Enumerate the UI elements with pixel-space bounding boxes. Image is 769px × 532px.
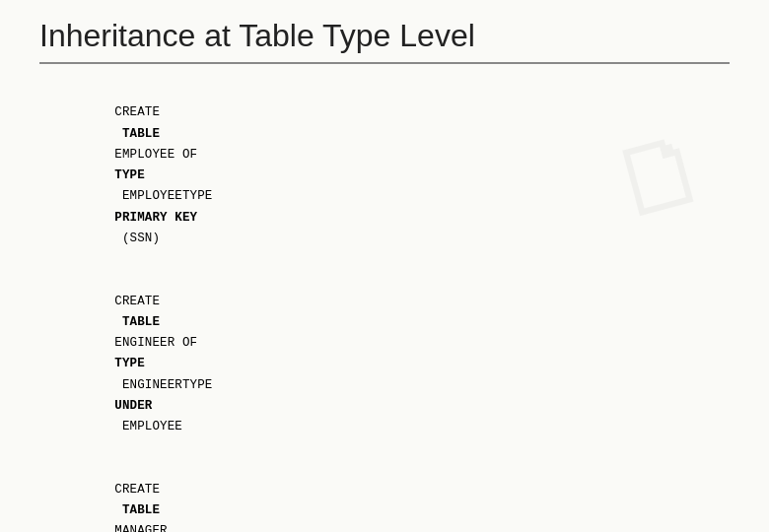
create1-typename: EMPLOYEETYPE (114, 189, 220, 203)
create1-name: EMPLOYEE OF (114, 148, 205, 162)
slide-title: Inheritance at Table Type Level (39, 18, 730, 54)
create2-type: TYPE (114, 357, 145, 370)
create3-table: TABLE (114, 503, 167, 517)
create-line-2: CREATE TABLE ENGINEER OF TYPE ENGINEERTY… (39, 270, 730, 458)
create2-kw: CREATE (114, 295, 160, 308)
create2-under: UNDER (114, 399, 152, 413)
create1-type: TYPE (114, 168, 145, 182)
slide-content: 🗋 Inheritance at Table Type Level CREATE… (0, 0, 769, 532)
create1-kw: CREATE (114, 105, 160, 119)
create-line-3: CREATE TABLE MANAGER OF TYPE MANAGERTYPE… (39, 459, 730, 533)
create-line-1: CREATE TABLE EMPLOYEE OF TYPE EMPLOYEETY… (39, 82, 730, 270)
create-block: CREATE TABLE EMPLOYEE OF TYPE EMPLOYEETY… (39, 82, 730, 532)
title-section: Inheritance at Table Type Level (39, 18, 730, 64)
create2-table: TABLE (114, 315, 167, 329)
create2-typename: ENGINEERTYPE (114, 378, 220, 392)
slide: 🗋 Inheritance at Table Type Level CREATE… (0, 0, 769, 532)
create1-table: TABLE (114, 127, 167, 141)
create2-parent: EMPLOYEE (114, 420, 182, 433)
create2-name: ENGINEER OF (114, 336, 205, 350)
create3-kw: CREATE (114, 483, 160, 497)
create1-pk: PRIMARY KEY (114, 211, 197, 225)
create1-ssn: (SSN) (114, 232, 160, 245)
create3-name: MANAGER (114, 524, 175, 532)
